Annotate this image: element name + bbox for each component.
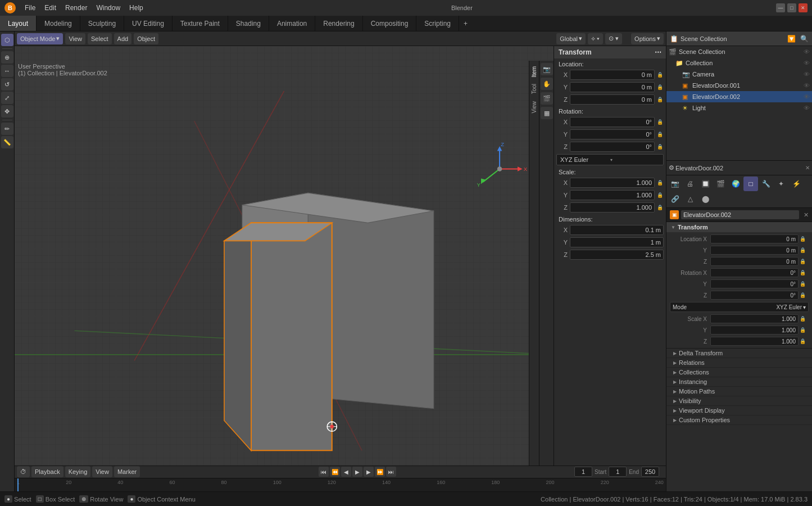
props-close[interactable]: ✕ bbox=[805, 165, 810, 171]
rp-scale-x-val[interactable]: 1.000 bbox=[710, 314, 799, 323]
scale-y-input[interactable]: 1.000 bbox=[570, 190, 655, 200]
menu-file[interactable]: File bbox=[20, 3, 40, 13]
viewport-display-section[interactable]: ▶ Viewport Display bbox=[666, 406, 812, 415]
material-props-btn[interactable]: ⬤ bbox=[698, 192, 713, 206]
snap-controls[interactable]: ⟡ ▾ bbox=[588, 33, 603, 44]
tab-texture-paint[interactable]: Texture Paint bbox=[173, 16, 228, 31]
viewport-camera-btn[interactable]: 📷 bbox=[541, 63, 553, 75]
object-props-btn[interactable]: □ bbox=[743, 177, 758, 191]
rotation-x-lock[interactable]: 🔒 bbox=[656, 118, 664, 126]
particles-props-btn[interactable]: ✦ bbox=[774, 177, 788, 191]
scene-visibility-icon[interactable]: 👁 bbox=[804, 48, 810, 55]
proportional-edit[interactable]: ⊙ ▾ bbox=[605, 33, 622, 44]
scale-z-input[interactable]: 1.000 bbox=[570, 202, 655, 213]
timeline-numbers-row[interactable]: 1 20 40 60 80 100 120 140 160 180 200 22… bbox=[15, 478, 666, 491]
scene-props-btn[interactable]: 🎬 bbox=[713, 177, 728, 191]
tab-layout[interactable]: Layout bbox=[0, 16, 37, 31]
scale-z-lock[interactable]: 🔒 bbox=[656, 204, 664, 211]
rotation-y-lock[interactable]: 🔒 bbox=[656, 130, 664, 138]
rp-scale-y-val[interactable]: 1.000 bbox=[710, 326, 799, 335]
rp-scale-z-lock[interactable]: 🔒 bbox=[800, 338, 808, 344]
location-x-input[interactable]: 0 m bbox=[570, 70, 655, 80]
rotation-z-input[interactable]: 0° bbox=[570, 142, 655, 152]
rotation-z-lock[interactable]: 🔒 bbox=[656, 143, 664, 151]
constraints-props-btn[interactable]: 🔗 bbox=[668, 192, 682, 206]
rp-rot-y-val[interactable]: 0° bbox=[710, 279, 799, 288]
tab-rendering[interactable]: Rendering bbox=[315, 16, 362, 31]
rp-loc-y-val[interactable]: 0 m bbox=[710, 246, 799, 255]
rp-scale-z-val[interactable]: 1.000 bbox=[710, 337, 799, 346]
playback-menu[interactable]: Playback bbox=[31, 466, 63, 477]
timeline-editor-toggle[interactable]: ⏱ bbox=[17, 466, 30, 477]
outliner-collection[interactable]: 📁 Collection 👁 bbox=[666, 57, 812, 69]
custom-properties-section[interactable]: ▶ Custom Properties bbox=[666, 415, 812, 425]
add-menu[interactable]: Add bbox=[114, 33, 132, 44]
tab-sculpting[interactable]: Sculpting bbox=[80, 16, 124, 31]
dim-y-input[interactable]: 1 m bbox=[570, 237, 664, 247]
location-z-lock[interactable]: 🔒 bbox=[656, 96, 664, 103]
rp-rot-x-val[interactable]: 0° bbox=[710, 268, 799, 277]
viewport-options[interactable]: Options ▾ bbox=[631, 33, 664, 44]
visibility-section[interactable]: ▶ Visibility bbox=[666, 396, 812, 406]
tab-uv-editing[interactable]: UV Editing bbox=[124, 16, 173, 31]
collections-section[interactable]: ▶ Collections bbox=[666, 368, 812, 377]
viewport-hand-btn[interactable]: ✋ bbox=[541, 78, 553, 90]
camera-visibility[interactable]: 👁 bbox=[804, 71, 810, 78]
minimize-button[interactable]: — bbox=[776, 3, 785, 12]
jump-start-btn[interactable]: ⏮ bbox=[319, 467, 329, 477]
step-back-btn[interactable]: ◀ bbox=[341, 467, 351, 477]
rp-rot-z-val[interactable]: 0° bbox=[710, 291, 799, 300]
scale-tool[interactable]: ⤢ bbox=[1, 92, 13, 104]
rp-loc-y-lock[interactable]: 🔒 bbox=[800, 247, 808, 253]
end-frame-display[interactable]: 250 bbox=[641, 467, 659, 477]
delta-transform-section[interactable]: ▶ Delta Transform bbox=[666, 349, 812, 358]
close-button[interactable]: ✕ bbox=[799, 3, 808, 12]
view-layer-props-btn[interactable]: 🔲 bbox=[698, 177, 713, 191]
outliner-elevator-001[interactable]: ▣ ElevatorDoor.001 👁 bbox=[666, 80, 812, 91]
outliner-scene-collection[interactable]: 🎬 Scene Collection 👁 bbox=[666, 46, 812, 57]
transform-tool[interactable]: ✥ bbox=[1, 105, 13, 118]
instancing-section[interactable]: ▶ Instancing bbox=[666, 377, 812, 387]
elevator002-visibility[interactable]: 👁 bbox=[804, 93, 810, 100]
measure-tool[interactable]: 📏 bbox=[1, 136, 13, 148]
current-frame-display[interactable]: 1 bbox=[574, 467, 592, 477]
next-keyframe-btn[interactable]: ⏩ bbox=[375, 467, 385, 477]
physics-props-btn[interactable]: ⚡ bbox=[789, 177, 804, 191]
rp-rot-z-lock[interactable]: 🔒 bbox=[800, 292, 808, 298]
marker-menu[interactable]: Marker bbox=[114, 466, 140, 477]
tab-scripting[interactable]: Scripting bbox=[416, 16, 459, 31]
outliner-search-icon[interactable]: 🔍 bbox=[800, 35, 809, 43]
scale-y-lock[interactable]: 🔒 bbox=[656, 191, 664, 199]
rp-loc-x-lock[interactable]: 🔒 bbox=[800, 236, 808, 242]
timeline-view-menu[interactable]: View bbox=[92, 466, 112, 477]
cursor-tool[interactable]: ⊕ bbox=[1, 51, 13, 64]
render-props-btn[interactable]: 📷 bbox=[668, 177, 682, 191]
rp-loc-z-val[interactable]: 0 m bbox=[710, 257, 799, 266]
maximize-button[interactable]: □ bbox=[787, 3, 796, 12]
item-tab[interactable]: Item bbox=[530, 63, 538, 80]
outliner-camera[interactable]: 📷 Camera 👁 bbox=[666, 69, 812, 80]
select-tool[interactable]: ⬡ bbox=[1, 34, 13, 46]
tab-shading[interactable]: Shading bbox=[228, 16, 269, 31]
rp-loc-z-lock[interactable]: 🔒 bbox=[800, 259, 808, 264]
dim-z-input[interactable]: 2.5 m bbox=[570, 250, 664, 260]
transform-panel-header[interactable]: Transform ⋯ bbox=[554, 46, 666, 58]
jump-end-btn[interactable]: ⏭ bbox=[386, 467, 396, 477]
annotate-tool[interactable]: ✏ bbox=[1, 123, 13, 135]
rp-scale-y-lock[interactable]: 🔒 bbox=[800, 327, 808, 333]
output-props-btn[interactable]: 🖨 bbox=[683, 177, 697, 191]
menu-render[interactable]: Render bbox=[61, 3, 92, 13]
rotation-y-input[interactable]: 0° bbox=[570, 129, 655, 139]
rotate-tool[interactable]: ↺ bbox=[1, 78, 13, 91]
relations-section[interactable]: ▶ Relations bbox=[666, 358, 812, 368]
rotation-mode-dropdown[interactable]: XYZ Euler ▾ bbox=[556, 154, 664, 165]
location-y-lock[interactable]: 🔒 bbox=[656, 83, 664, 91]
dim-x-input[interactable]: 0.1 m bbox=[570, 225, 664, 235]
start-frame-display[interactable]: 1 bbox=[609, 467, 627, 477]
modifier-props-btn[interactable]: 🔧 bbox=[759, 177, 773, 191]
view-tab[interactable]: View bbox=[530, 98, 538, 117]
object-name-field[interactable]: ElevatorDoor.002 bbox=[681, 210, 799, 219]
menu-edit[interactable]: Edit bbox=[40, 3, 61, 13]
prev-keyframe-btn[interactable]: ⏪ bbox=[330, 467, 340, 477]
tab-modeling[interactable]: Modeling bbox=[37, 16, 80, 31]
